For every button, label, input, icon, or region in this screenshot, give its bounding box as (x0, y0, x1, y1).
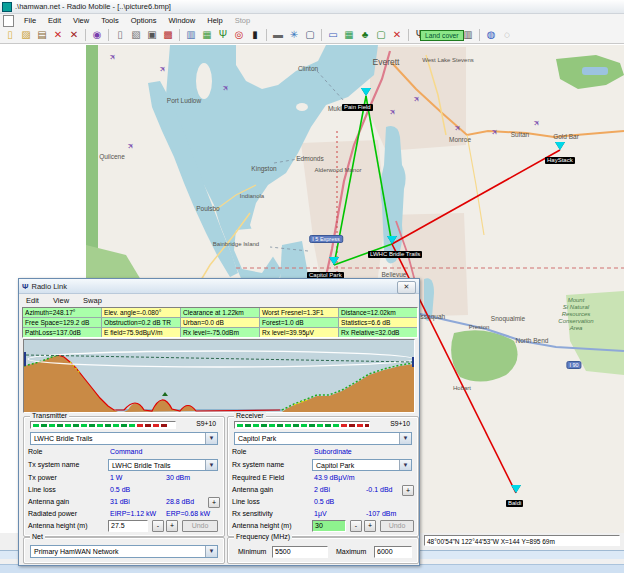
menu-window[interactable]: Window (163, 16, 202, 25)
antenna-icon[interactable]: Ψ (215, 28, 231, 42)
delete-net-icon[interactable]: ✕ (50, 28, 66, 42)
menu-help[interactable]: Help (201, 16, 228, 25)
chevron-down-icon[interactable]: ▼ (205, 433, 217, 444)
land-cover-tool-icon[interactable]: ♣ (357, 28, 373, 42)
tx-role-label: Role (28, 448, 42, 455)
map-city-label: Bainbridge Island (213, 241, 259, 247)
mdi-child-icon[interactable] (3, 15, 14, 27)
tx-unit-select[interactable]: LWHC Bridle Trails ▼ (30, 432, 218, 445)
map-properties-icon[interactable]: ◉ (89, 28, 105, 42)
tx-power-label: Tx power (28, 474, 57, 481)
land-cover-badge[interactable]: Land cover (420, 30, 464, 41)
close-icon[interactable]: ✕ (397, 281, 416, 294)
menu-tools[interactable]: Tools (95, 16, 125, 25)
map-city-label: Edmonds (296, 155, 323, 162)
link-info-grid: Azimuth=248.17°Elev. angle=-0.080°Cleara… (22, 307, 418, 338)
map-city-label: Alderwood Manor (314, 167, 361, 173)
new-picture-icon[interactable]: ▯ (112, 28, 128, 42)
site-label[interactable]: Baldi (506, 500, 523, 507)
delete-picture-icon[interactable]: ▩ (160, 28, 176, 42)
frequency-min-input[interactable]: 5500 (272, 546, 328, 558)
rx-gain-plus-button[interactable]: + (402, 485, 414, 496)
highway-shield: I 5 Express (309, 235, 343, 243)
dialog-menu-swap[interactable]: Swap (76, 296, 109, 305)
world-gray-icon[interactable]: ◌ (499, 28, 515, 42)
menu-file[interactable]: File (18, 16, 42, 25)
save-picture-icon[interactable]: ▣ (144, 28, 160, 42)
tx-height-label: Antenna height (m) (28, 522, 88, 529)
world-map-icon[interactable]: ◍ (483, 28, 499, 42)
site-marker-icon[interactable] (361, 88, 371, 96)
contrast-icon[interactable]: ▮ (247, 28, 263, 42)
rx-height-input[interactable]: 30 (312, 520, 346, 532)
map-city-label: North Bend (516, 337, 549, 344)
frequency-min-label: Minimum (238, 548, 266, 555)
tx-smeter-value: S9+10 (196, 420, 216, 427)
rx-system-select[interactable]: Capitol Park ▼ (312, 459, 412, 471)
chevron-down-icon[interactable]: ▼ (399, 460, 411, 470)
menu-options[interactable]: Options (125, 16, 163, 25)
map-city-label: Poulsbo (196, 205, 220, 212)
rx-sensitivity-dbm: -107 dBm (366, 510, 396, 517)
net-value: Primary HamWAN Network (34, 548, 119, 555)
merge-pictures-icon[interactable]: ▦ (199, 28, 215, 42)
frequency-group-label: Frequency (MHz) (234, 533, 292, 540)
copy-icon[interactable]: ▥ (183, 28, 199, 42)
target-icon[interactable]: ◎ (231, 28, 247, 42)
site-marker-icon[interactable] (329, 257, 339, 265)
menu-edit[interactable]: Edit (42, 16, 67, 25)
rx-efield-value: 43.9 dBμV/m (314, 474, 355, 481)
delete-all-icon[interactable]: ✕ (66, 28, 82, 42)
map-city-label: Bellevue (382, 271, 407, 278)
rx-height-plus-button[interactable]: + (364, 520, 376, 532)
ruler-icon[interactable]: ▬ (270, 28, 286, 42)
menu-stop[interactable]: Stop (229, 16, 256, 25)
rx-unit-select[interactable]: Capitol Park ▼ (234, 432, 412, 445)
select-rectangle-icon[interactable]: ▢ (373, 28, 389, 42)
map-city-label: Kingston (251, 165, 276, 172)
rx-sensitivity-uv: 1μV (314, 510, 327, 517)
transmitter-group: Transmitter S9+10 LWHC Bridle Trails ▼ R… (23, 416, 225, 537)
elevation-grid-icon[interactable]: ▦ (341, 28, 357, 42)
tx-undo-button[interactable]: Undo (182, 520, 218, 532)
chevron-down-icon[interactable]: ▼ (205, 460, 217, 470)
tx-gain-plus-button[interactable]: + (208, 497, 220, 508)
map-city-label: Sultan (511, 131, 529, 138)
site-marker-icon[interactable] (387, 236, 397, 244)
tx-lineloss-label: Line loss (28, 486, 56, 493)
site-label[interactable]: HayStack (545, 157, 575, 164)
coverage-icon[interactable]: ▭ (325, 28, 341, 42)
open-picture-icon[interactable]: ▧ (128, 28, 144, 42)
menu-view[interactable]: View (67, 16, 95, 25)
frequency-max-input[interactable]: 6000 (374, 546, 412, 558)
link-info-cell: Obstruction=0.2 dB TR (102, 318, 180, 327)
chevron-down-icon[interactable]: ▼ (205, 546, 217, 557)
site-label[interactable]: Pain Field (342, 104, 373, 111)
site-marker-icon[interactable] (511, 485, 521, 493)
save-net-icon[interactable]: ▤ (34, 28, 50, 42)
fresnel-icon[interactable]: ✳ (286, 28, 302, 42)
net-select[interactable]: Primary HamWAN Network ▼ (30, 545, 218, 558)
rx-undo-button[interactable]: Undo (380, 520, 414, 532)
rx-role-value: Subordinate (314, 448, 352, 455)
chevron-down-icon[interactable]: ▼ (399, 433, 411, 444)
tx-system-select[interactable]: LWHC Bridle Trails ▼ (108, 459, 218, 471)
rx-unit-value: Capitol Park (238, 435, 276, 442)
tx-height-minus-button[interactable]: - (152, 520, 164, 532)
dialog-menu-edit[interactable]: Edit (19, 296, 46, 305)
link-info-cell: Elev. angle=-0.080° (102, 308, 180, 317)
window-icon[interactable]: ▢ (302, 28, 318, 42)
terrain-profile-chart[interactable] (23, 339, 415, 413)
tx-unit-value: LWHC Bridle Trails (34, 435, 93, 442)
delete-coverage-icon[interactable]: ✕ (389, 28, 405, 42)
toolbar-separator (479, 29, 480, 41)
dialog-title-bar[interactable]: Ψ Radio Link ✕ (19, 279, 419, 294)
site-marker-icon[interactable] (555, 142, 565, 150)
tx-height-input[interactable]: 27.5 (108, 520, 148, 532)
rx-height-minus-button[interactable]: - (350, 520, 362, 532)
new-net-icon[interactable]: ▯ (2, 28, 18, 42)
dialog-menu-view[interactable]: View (46, 296, 76, 305)
open-net-icon[interactable]: ▨ (18, 28, 34, 42)
site-label[interactable]: LWHC Bridle Trails (368, 251, 422, 258)
tx-height-plus-button[interactable]: + (166, 520, 178, 532)
